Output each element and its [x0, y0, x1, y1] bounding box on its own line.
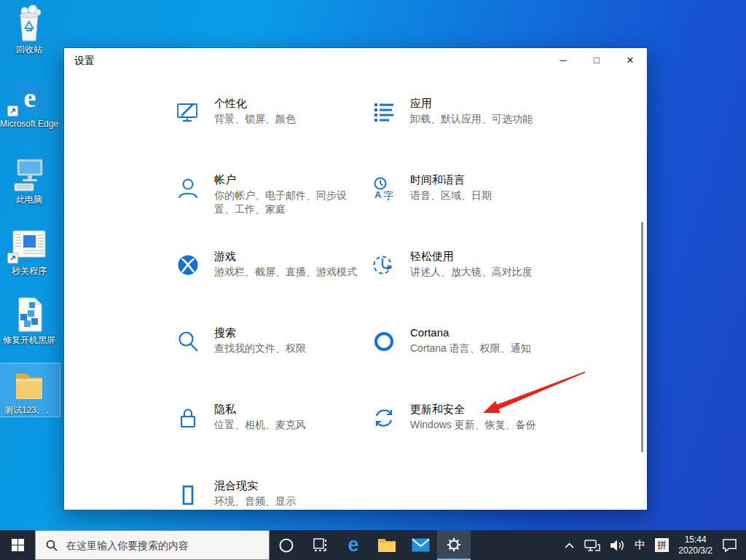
this-pc-icon [0, 154, 60, 192]
taskbar-search-box[interactable] [35, 530, 270, 560]
mixed-reality-icon [172, 478, 204, 510]
category-subtitle: 环境、音频、显示 [214, 494, 296, 508]
recycle-bin-icon [0, 4, 60, 42]
settings-category-time-language[interactable]: A 字 时间和语言 语音、区域、日期 [368, 173, 492, 205]
window-scrollbar[interactable] [641, 222, 643, 452]
search-category-icon [172, 326, 204, 358]
taskbar: e [0, 530, 746, 560]
taskbar-clock[interactable]: 15:44 2020/3/2 [678, 535, 712, 556]
category-title: 隐私 [214, 402, 306, 416]
task-view-button[interactable] [303, 530, 337, 560]
edge-icon: e [0, 79, 60, 117]
window-controls: ─ □ × [546, 48, 647, 72]
personalization-icon [172, 96, 204, 128]
privacy-icon [172, 402, 204, 434]
category-subtitle: 背景、锁屏、颜色 [214, 112, 296, 126]
svg-text:e: e [24, 82, 36, 113]
desktop-icon-label: Microsoft Edge [0, 119, 60, 129]
mail-button[interactable] [404, 530, 437, 560]
edge-taskbar-button[interactable]: e [337, 530, 370, 560]
task-view-icon [313, 537, 328, 553]
svg-text:A: A [374, 189, 382, 200]
edge-icon: e [348, 535, 358, 555]
category-title: Cortana [410, 326, 531, 339]
cortana-icon [368, 326, 400, 358]
category-subtitle: 语音、区域、日期 [410, 189, 492, 202]
settings-taskbar-button[interactable] [437, 530, 471, 560]
category-subtitle: 游戏栏、截屏、直播、游戏模式 [214, 265, 357, 279]
settings-category-gaming[interactable]: 游戏 游戏栏、截屏、直播、游戏模式 [172, 249, 357, 281]
windows-logo-icon [12, 539, 24, 551]
clock-time: 15:44 [678, 535, 712, 545]
desktop-icon-test-folder[interactable]: 测试123。。 [0, 363, 60, 417]
ease-of-access-icon [368, 249, 400, 281]
desktop-icon-label: 秒关程序 [0, 266, 60, 276]
update-security-icon [368, 402, 400, 434]
svg-text:字: 字 [383, 189, 393, 201]
folder-icon [0, 365, 60, 403]
system-tray: 中 拼 15:44 2020/3/2 [564, 530, 746, 560]
volume-icon[interactable] [610, 539, 625, 552]
category-subtitle: 讲述人、放大镜、高对比度 [410, 265, 533, 279]
settings-category-accounts[interactable]: 帐户 你的帐户、电子邮件、同步设置、工作、家庭 [172, 173, 360, 216]
mail-icon [412, 538, 430, 552]
network-icon[interactable] [584, 539, 600, 552]
desktop-icon-edge[interactable]: e Microsoft Edge [0, 79, 60, 129]
start-button[interactable] [0, 530, 35, 560]
category-subtitle: 查找我的文件、权限 [214, 342, 306, 355]
window-title: 设置 [74, 55, 95, 68]
desktop-icon-label: 修复开机黑屏 [0, 335, 60, 345]
shortcut-arrow-icon [7, 253, 18, 264]
time-language-icon: A 字 [368, 173, 400, 205]
category-title: 游戏 [214, 249, 357, 263]
ime-mode-indicator[interactable]: 拼 [655, 538, 669, 552]
desktop-icon-label: 此电脑 [0, 194, 60, 205]
desktop-icon-miaoguan[interactable]: 秒关程序 [0, 226, 60, 276]
desktop-icon-recycle-bin[interactable]: 回收站 [0, 4, 60, 55]
gear-icon [446, 537, 462, 553]
category-title: 个性化 [214, 96, 296, 110]
desktop-icon-label: 测试123。。 [0, 405, 60, 415]
action-center-icon[interactable] [722, 538, 737, 553]
clock-date: 2020/3/2 [678, 545, 712, 556]
category-subtitle: 你的帐户、电子邮件、同步设置、工作、家庭 [214, 189, 360, 216]
settings-category-apps[interactable]: 应用 卸载、默认应用、可选功能 [368, 96, 533, 128]
category-title: 更新和安全 [410, 402, 536, 416]
category-subtitle: Cortana 语言、权限、通知 [410, 342, 531, 355]
ime-language-indicator[interactable]: 中 [635, 538, 645, 552]
settings-category-privacy[interactable]: 隐私 位置、相机、麦克风 [172, 402, 306, 434]
desktop-icon-this-pc[interactable]: 此电脑 [0, 154, 60, 205]
minimize-button[interactable]: ─ [546, 48, 580, 72]
settings-category-update-security[interactable]: 更新和安全 Windows 更新、恢复、备份 [368, 402, 536, 434]
file-explorer-icon [377, 537, 396, 553]
settings-category-mixed-reality[interactable]: 混合现实 环境、音频、显示 [172, 478, 296, 510]
settings-category-search[interactable]: 搜索 查找我的文件、权限 [172, 326, 306, 358]
category-subtitle: 卸载、默认应用、可选功能 [410, 112, 533, 126]
settings-category-personalization[interactable]: 个性化 背景、锁屏、颜色 [172, 96, 296, 128]
maximize-button[interactable]: □ [580, 48, 613, 72]
search-input[interactable] [65, 539, 257, 552]
app-window-shortcut-icon [0, 226, 60, 264]
cortana-circle-icon [278, 537, 294, 553]
settings-category-ease-of-access[interactable]: 轻松使用 讲述人、放大镜、高对比度 [368, 249, 533, 281]
category-title: 混合现实 [214, 478, 296, 492]
settings-window: 设置 ─ □ × 个性化 背景、锁屏、颜色 [64, 48, 647, 510]
category-title: 应用 [410, 96, 533, 110]
category-subtitle: 位置、相机、麦克风 [214, 418, 306, 432]
search-icon [46, 540, 58, 551]
category-subtitle: Windows 更新、恢复、备份 [410, 418, 536, 432]
tray-chevron-up-icon[interactable] [564, 542, 575, 549]
registry-file-icon [0, 295, 60, 333]
category-title: 时间和语言 [410, 173, 492, 186]
category-title: 搜索 [214, 326, 306, 339]
close-button[interactable]: × [613, 48, 647, 72]
settings-category-cortana[interactable]: Cortana Cortana 语言、权限、通知 [368, 326, 531, 358]
desktop-icon-label: 回收站 [0, 44, 60, 55]
gaming-icon [172, 249, 204, 281]
category-title: 帐户 [214, 173, 360, 186]
cortana-button[interactable] [270, 530, 303, 560]
shortcut-arrow-icon [7, 106, 18, 117]
desktop-icon-registry-fix[interactable]: 修复开机黑屏 [0, 295, 60, 345]
accounts-icon [172, 173, 204, 205]
file-explorer-button[interactable] [370, 530, 404, 560]
